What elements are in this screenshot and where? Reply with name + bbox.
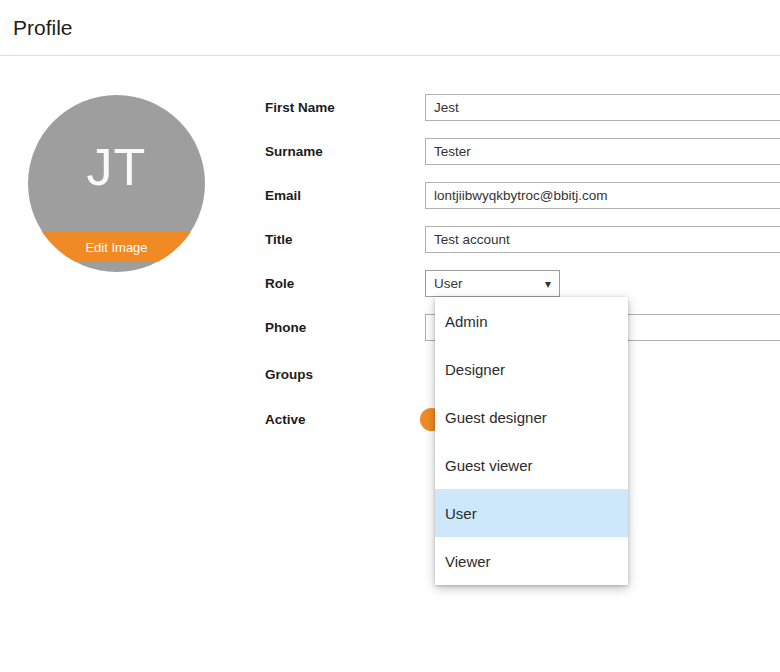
surname-input[interactable] (425, 138, 780, 165)
surname-label: Surname (265, 138, 415, 165)
page-header: Profile (0, 0, 780, 56)
page-title: Profile (0, 16, 73, 40)
email-row: Email (0, 182, 780, 209)
profile-page: Profile JT Edit Image First Name Surname… (0, 0, 780, 672)
role-option-guest-viewer[interactable]: Guest viewer (435, 441, 628, 489)
active-label: Active (265, 406, 415, 433)
role-select-value: User (434, 276, 463, 291)
email-label: Email (265, 182, 415, 209)
role-option-admin[interactable]: Admin (435, 297, 628, 345)
phone-row: Phone (0, 314, 780, 341)
active-row: Active (0, 406, 780, 433)
surname-row: Surname (0, 138, 780, 165)
groups-row: Groups (0, 361, 780, 388)
role-option-viewer[interactable]: Viewer (435, 537, 628, 585)
title-row: Title (0, 226, 780, 253)
title-label: Title (265, 226, 415, 253)
first-name-row: First Name (0, 94, 780, 121)
role-option-guest-designer[interactable]: Guest designer (435, 393, 628, 441)
phone-label: Phone (265, 314, 415, 341)
role-row: Role User ▾ (0, 270, 780, 297)
email-field[interactable] (425, 182, 780, 209)
title-input[interactable] (425, 226, 780, 253)
first-name-label: First Name (265, 94, 415, 121)
chevron-down-icon: ▾ (545, 278, 551, 290)
role-select[interactable]: User ▾ (425, 270, 560, 297)
role-option-designer[interactable]: Designer (435, 345, 628, 393)
groups-label: Groups (265, 361, 415, 388)
role-option-user[interactable]: User (435, 489, 628, 537)
role-dropdown-menu: Admin Designer Guest designer Guest view… (435, 297, 628, 585)
role-label: Role (265, 270, 415, 297)
first-name-input[interactable] (425, 94, 780, 121)
